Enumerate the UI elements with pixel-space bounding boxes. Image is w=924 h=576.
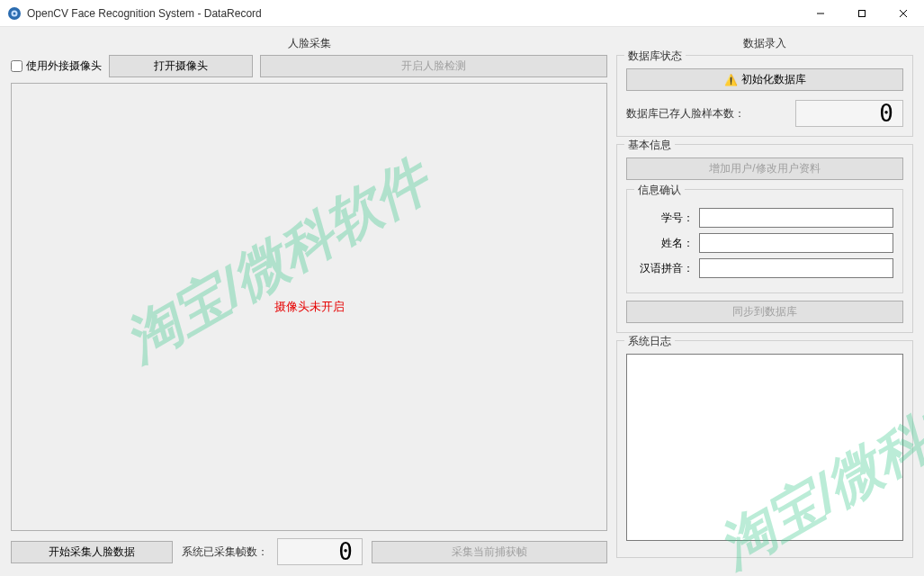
sync-db-button[interactable]: 同步到数据库 xyxy=(626,301,903,323)
svg-point-2 xyxy=(13,12,16,14)
app-icon xyxy=(7,6,22,21)
open-camera-button[interactable]: 打开摄像头 xyxy=(109,55,253,77)
confirm-info-group: 信息确认 学号： 姓名： 汉语拼音： xyxy=(626,189,903,293)
use-external-camera-label: 使用外接摄像头 xyxy=(26,58,102,74)
student-id-input[interactable] xyxy=(699,208,893,228)
add-user-button[interactable]: 增加用户/修改用户资料 xyxy=(626,158,903,180)
data-entry-pane: 数据录入 数据库状态 ⚠️ 初始化数据库 数据库已存人脸样本数： 0 基本信息 … xyxy=(616,36,913,565)
start-collect-button[interactable]: 开始采集人脸数据 xyxy=(11,541,173,563)
basic-info-group: 基本信息 增加用户/修改用户资料 信息确认 学号： 姓名： xyxy=(616,144,913,333)
init-db-label: 初始化数据库 xyxy=(741,72,806,87)
name-label: 姓名： xyxy=(636,236,699,251)
capture-current-frame-button[interactable]: 采集当前捕获帧 xyxy=(372,541,607,563)
close-button[interactable] xyxy=(883,0,924,26)
start-detect-button[interactable]: 开启人脸检测 xyxy=(260,55,607,77)
frames-collected-value: 0 xyxy=(277,538,363,565)
stored-samples-value: 0 xyxy=(795,100,903,127)
student-id-label: 学号： xyxy=(636,211,699,226)
svg-rect-4 xyxy=(859,10,866,16)
pinyin-label: 汉语拼音： xyxy=(636,261,699,276)
maximize-button[interactable] xyxy=(841,0,883,26)
section-title-collect: 人脸采集 xyxy=(11,36,607,51)
stored-samples-label: 数据库已存人脸样本数： xyxy=(626,106,788,122)
camera-status-text: 摄像头未开启 xyxy=(274,299,345,315)
titlebar: OpenCV Face Recognition System - DataRec… xyxy=(0,0,924,27)
init-db-button[interactable]: ⚠️ 初始化数据库 xyxy=(626,68,903,91)
use-external-camera-checkbox[interactable]: 使用外接摄像头 xyxy=(11,58,102,74)
window-title: OpenCV Face Recognition System - DataRec… xyxy=(27,7,800,20)
use-external-camera-input[interactable] xyxy=(11,60,22,72)
window-buttons xyxy=(800,0,924,26)
camera-view: 摄像头未开启 xyxy=(11,83,607,531)
minimize-button[interactable] xyxy=(800,0,841,26)
db-status-legend: 数据库状态 xyxy=(624,49,686,64)
frames-collected-label: 系统已采集帧数： xyxy=(182,544,268,560)
system-log-group: 系统日志 xyxy=(616,340,913,558)
db-status-group: 数据库状态 ⚠️ 初始化数据库 数据库已存人脸样本数： 0 xyxy=(616,55,913,137)
pinyin-input[interactable] xyxy=(699,258,893,278)
system-log-textarea[interactable] xyxy=(626,354,903,541)
name-input[interactable] xyxy=(699,233,893,253)
system-log-legend: 系统日志 xyxy=(624,334,675,349)
basic-info-legend: 基本信息 xyxy=(624,138,675,153)
face-collect-pane: 人脸采集 使用外接摄像头 打开摄像头 开启人脸检测 摄像头未开启 开始采集人脸数… xyxy=(11,36,607,565)
confirm-info-legend: 信息确认 xyxy=(634,183,685,198)
warning-icon: ⚠️ xyxy=(724,74,738,86)
